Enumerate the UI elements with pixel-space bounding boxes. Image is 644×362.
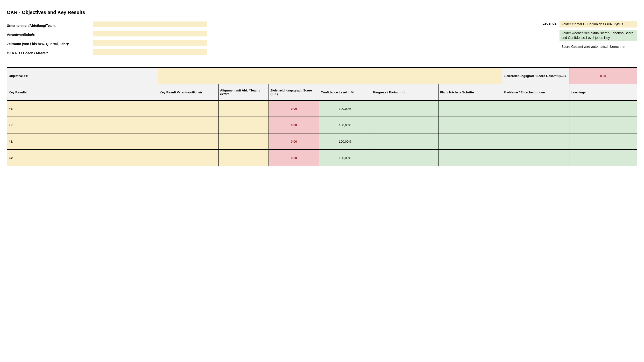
kr-row: #2: 0,00 100,00% <box>7 117 637 133</box>
kr-prob[interactable] <box>502 133 569 150</box>
kr-align[interactable] <box>218 150 268 166</box>
org-input[interactable] <box>93 21 207 27</box>
hdr-learn: Learnings <box>569 84 637 100</box>
kr-score[interactable]: 0,00 <box>269 150 319 166</box>
legend-white: Score Gesamt wird automatisch berechnet <box>560 43 637 50</box>
kr-prob[interactable] <box>502 100 569 117</box>
kr-owner[interactable] <box>158 100 218 117</box>
legend-green: Felder wöchentlich aktualisieren - ebens… <box>560 30 637 41</box>
objective-label: Objective #1: <box>7 67 158 84</box>
kr-row: #1: 0,00 100,00% <box>7 100 637 117</box>
hdr-kr: Key Results: <box>7 84 158 100</box>
kr-plan[interactable] <box>438 100 502 117</box>
legend-label: Legende: <box>542 21 558 25</box>
objective-input[interactable] <box>158 67 502 84</box>
kr-learn[interactable] <box>569 150 637 166</box>
header-grid: Unternehmen/Abteilung/Team: Legende: Fel… <box>7 21 637 58</box>
legend-yellow: Felder einmal zu Beginn des OKR Zyklus <box>560 21 637 27</box>
kr-plan[interactable] <box>438 150 502 166</box>
kr-label[interactable]: #1: <box>7 100 158 117</box>
kr-score[interactable]: 0,00 <box>269 117 319 133</box>
kr-align[interactable] <box>218 133 268 150</box>
kr-row: #4: 0,00 100,00% <box>7 150 637 166</box>
kr-learn[interactable] <box>569 133 637 150</box>
header-row: Key Results: Key Result Verantwortliche/… <box>7 84 637 100</box>
kr-conf[interactable]: 100,00% <box>319 133 371 150</box>
kr-plan[interactable] <box>438 133 502 150</box>
org-label: Unternehmen/Abteilung/Team: <box>7 21 91 30</box>
total-score-label: Zielerreichungsgrad / Score Gesamt (0..1… <box>502 67 569 84</box>
objective-row: Objective #1: Zielerreichungsgrad / Scor… <box>7 67 637 84</box>
kr-owner[interactable] <box>158 133 218 150</box>
total-score-value: 0,00 <box>569 67 637 84</box>
kr-align[interactable] <box>218 100 268 117</box>
kr-learn[interactable] <box>569 117 637 133</box>
kr-prog[interactable] <box>371 100 438 117</box>
kr-conf[interactable]: 100,00% <box>319 117 371 133</box>
okr-table: Objective #1: Zielerreichungsgrad / Scor… <box>7 67 637 166</box>
period-label: Zeitraum (von / bis bzw. Quartal, Jahr): <box>7 39 91 48</box>
kr-learn[interactable] <box>569 100 637 117</box>
hdr-align: Alignment mit Abt. / Team / extern <box>218 84 268 100</box>
kr-owner[interactable] <box>158 150 218 166</box>
owner-input[interactable] <box>93 31 207 36</box>
coach-label: OKR PO / Coach / Master: <box>7 48 91 58</box>
kr-label[interactable]: #4: <box>7 150 158 166</box>
kr-prog[interactable] <box>371 117 438 133</box>
owner-label: Verantwortliche/r: <box>7 30 91 39</box>
kr-conf[interactable]: 100,00% <box>319 100 371 117</box>
kr-prog[interactable] <box>371 150 438 166</box>
kr-owner[interactable] <box>158 117 218 133</box>
kr-prog[interactable] <box>371 133 438 150</box>
kr-align[interactable] <box>218 117 268 133</box>
period-input[interactable] <box>93 40 207 46</box>
kr-prob[interactable] <box>502 117 569 133</box>
kr-plan[interactable] <box>438 117 502 133</box>
kr-prob[interactable] <box>502 150 569 166</box>
hdr-owner: Key Result Verantwortliche/r <box>158 84 218 100</box>
kr-score[interactable]: 0,00 <box>269 100 319 117</box>
hdr-prob: Probleme / Entscheidungen <box>502 84 569 100</box>
kr-conf[interactable]: 100,00% <box>319 150 371 166</box>
hdr-plan: Plan / Nächste Schritte <box>438 84 502 100</box>
hdr-score: Zielerreichungsgrad / Score (0..1) <box>269 84 319 100</box>
kr-label[interactable]: #3: <box>7 133 158 150</box>
kr-row: #3: 0,00 100,00% <box>7 133 637 150</box>
legend-block: Legende: Felder einmal zu Beginn des OKR… <box>209 21 637 50</box>
kr-score[interactable]: 0,00 <box>269 133 319 150</box>
coach-input[interactable] <box>93 49 207 55</box>
hdr-conf: Confidence Level in % <box>319 84 371 100</box>
hdr-prog: Progress / Fortschritt <box>371 84 438 100</box>
kr-label[interactable]: #2: <box>7 117 158 133</box>
page-title: OKR - Objectives and Key Results <box>7 10 637 15</box>
